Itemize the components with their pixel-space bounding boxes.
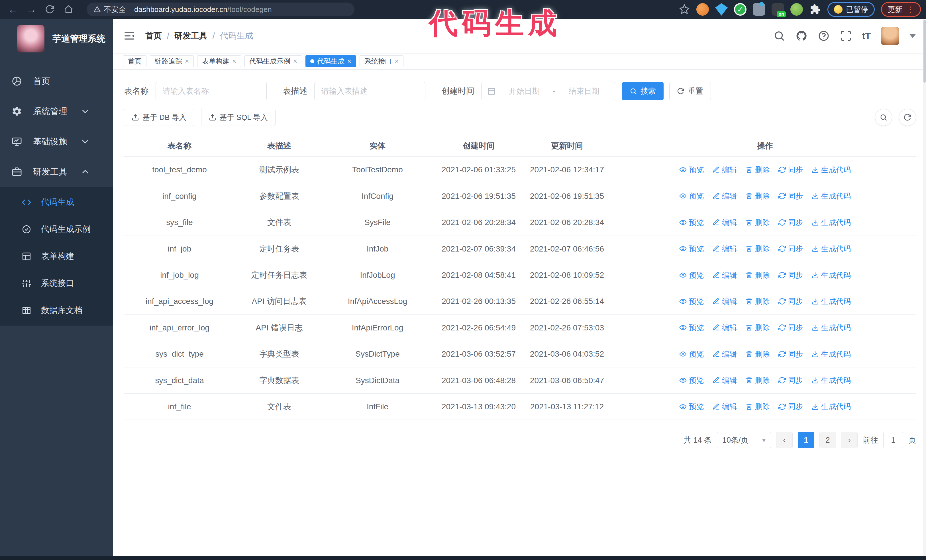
tab-trace[interactable]: 链路追踪×: [150, 55, 194, 67]
browser-back-icon[interactable]: ←: [5, 0, 21, 19]
page-size-select[interactable]: 10条/页 ▾: [717, 432, 771, 448]
row-action-generate[interactable]: 生成代码: [811, 349, 851, 360]
browser-forward-icon[interactable]: →: [23, 0, 39, 19]
profile-paused-badge[interactable]: 已暂停: [828, 2, 875, 17]
goto-page-input[interactable]: [883, 432, 903, 448]
row-action-generate[interactable]: 生成代码: [811, 322, 851, 333]
row-action-preview[interactable]: 预览: [679, 217, 704, 228]
row-action-generate[interactable]: 生成代码: [811, 374, 851, 386]
submenu-item-db-doc[interactable]: 数据库文档: [0, 297, 113, 324]
row-action-delete[interactable]: 删除: [745, 217, 770, 228]
address-bar[interactable]: 不安全 dashboard.yudao.iocoder.cn/tool/code…: [86, 3, 354, 16]
row-action-edit[interactable]: 编辑: [712, 374, 737, 386]
close-icon[interactable]: ×: [232, 58, 236, 65]
sidebar-item-home[interactable]: 首页: [0, 66, 113, 96]
search-icon[interactable]: [773, 30, 785, 42]
extension-switch-icon[interactable]: [772, 3, 784, 16]
row-action-sync[interactable]: 同步: [778, 374, 803, 386]
submenu-item-form-builder[interactable]: 表单构建: [0, 243, 113, 270]
sidebar-item-system[interactable]: 系统管理: [0, 96, 113, 127]
app-logo[interactable]: 芋道管理系统: [0, 19, 113, 59]
date-range-picker[interactable]: 开始日期 - 结束日期: [481, 82, 615, 100]
submenu-item-codegen[interactable]: 代码生成: [0, 189, 113, 216]
row-action-preview[interactable]: 预览: [679, 374, 704, 386]
prev-page-button[interactable]: ‹: [776, 432, 793, 448]
row-action-preview[interactable]: 预览: [679, 164, 704, 175]
extension-orange-icon[interactable]: [696, 3, 709, 16]
row-action-delete[interactable]: 删除: [745, 401, 770, 412]
row-action-edit[interactable]: 编辑: [712, 401, 737, 412]
tab-form-builder[interactable]: 表单构建×: [197, 55, 241, 67]
import-sql-button[interactable]: 基于 SQL 导入: [201, 109, 276, 126]
row-action-preview[interactable]: 预览: [679, 296, 704, 307]
row-action-sync[interactable]: 同步: [778, 322, 803, 333]
row-action-delete[interactable]: 删除: [745, 296, 770, 307]
browser-home-icon[interactable]: [64, 5, 74, 14]
extension-frog-icon[interactable]: [790, 3, 803, 16]
row-action-generate[interactable]: 生成代码: [811, 217, 851, 228]
toggle-search-button[interactable]: [875, 109, 892, 126]
row-action-delete[interactable]: 删除: [745, 190, 770, 202]
row-action-edit[interactable]: 编辑: [712, 243, 737, 254]
fullscreen-icon[interactable]: [840, 30, 852, 42]
browser-update-button[interactable]: 更新 ⋮: [881, 2, 921, 17]
breadcrumb-devtools[interactable]: 研发工具: [174, 30, 207, 42]
sidebar-item-infra[interactable]: 基础设施: [0, 127, 113, 157]
row-action-generate[interactable]: 生成代码: [811, 401, 851, 412]
close-icon[interactable]: ×: [185, 58, 189, 65]
breadcrumb-home[interactable]: 首页: [145, 30, 162, 42]
table-desc-input[interactable]: [314, 82, 425, 100]
browser-reload-icon[interactable]: [45, 5, 55, 14]
tab-codegen-example[interactable]: 代码生成示例×: [244, 55, 302, 67]
row-action-preview[interactable]: 预览: [679, 269, 704, 281]
row-action-generate[interactable]: 生成代码: [811, 269, 851, 281]
user-avatar[interactable]: [881, 27, 899, 45]
row-action-sync[interactable]: 同步: [778, 296, 803, 307]
next-page-button[interactable]: ›: [841, 432, 858, 448]
row-action-edit[interactable]: 编辑: [712, 296, 737, 307]
row-action-preview[interactable]: 预览: [679, 322, 704, 333]
row-action-edit[interactable]: 编辑: [712, 217, 737, 228]
close-icon[interactable]: ×: [293, 58, 297, 65]
row-action-preview[interactable]: 预览: [679, 401, 704, 412]
row-action-generate[interactable]: 生成代码: [811, 243, 851, 254]
avatar-caret-icon[interactable]: [909, 34, 916, 38]
row-action-sync[interactable]: 同步: [778, 217, 803, 228]
submenu-item-system-api[interactable]: 系统接口: [0, 270, 113, 297]
row-action-sync[interactable]: 同步: [778, 401, 803, 412]
row-action-generate[interactable]: 生成代码: [811, 296, 851, 307]
tab-system-api[interactable]: 系统接口×: [360, 55, 404, 67]
close-icon[interactable]: ×: [395, 58, 399, 65]
row-action-edit[interactable]: 编辑: [712, 190, 737, 202]
row-action-edit[interactable]: 编辑: [712, 164, 737, 175]
row-action-edit[interactable]: 编辑: [712, 322, 737, 333]
page-button-1[interactable]: 1: [798, 432, 814, 448]
row-action-preview[interactable]: 预览: [679, 349, 704, 360]
browser-menu-icon[interactable]: ⋮: [906, 5, 914, 14]
row-action-edit[interactable]: 编辑: [712, 269, 737, 281]
reset-button[interactable]: 重置: [669, 82, 711, 100]
row-action-generate[interactable]: 生成代码: [811, 190, 851, 202]
refresh-table-button[interactable]: [899, 109, 916, 126]
import-db-button[interactable]: 基于 DB 导入: [124, 109, 194, 126]
search-button[interactable]: 搜索: [622, 82, 664, 100]
help-icon[interactable]: [818, 30, 830, 42]
extension-check-icon[interactable]: ✓: [734, 3, 746, 16]
row-action-edit[interactable]: 编辑: [712, 349, 737, 360]
github-icon[interactable]: [796, 30, 808, 42]
row-action-delete[interactable]: 删除: [745, 269, 770, 281]
row-action-generate[interactable]: 生成代码: [811, 164, 851, 175]
font-size-icon[interactable]: tT: [862, 31, 871, 41]
submenu-item-codegen-example[interactable]: 代码生成示例: [0, 216, 113, 243]
tab-home[interactable]: 首页: [123, 55, 147, 67]
bookmark-star-icon[interactable]: [679, 4, 690, 15]
row-action-preview[interactable]: 预览: [679, 190, 704, 202]
row-action-sync[interactable]: 同步: [778, 349, 803, 360]
row-action-sync[interactable]: 同步: [778, 243, 803, 254]
row-action-delete[interactable]: 删除: [745, 374, 770, 386]
extension-grid-icon[interactable]: [753, 3, 765, 16]
row-action-sync[interactable]: 同步: [778, 269, 803, 281]
scrollbar-thumb[interactable]: [923, 20, 926, 83]
extensions-puzzle-icon[interactable]: [809, 3, 821, 15]
row-action-delete[interactable]: 删除: [745, 349, 770, 360]
